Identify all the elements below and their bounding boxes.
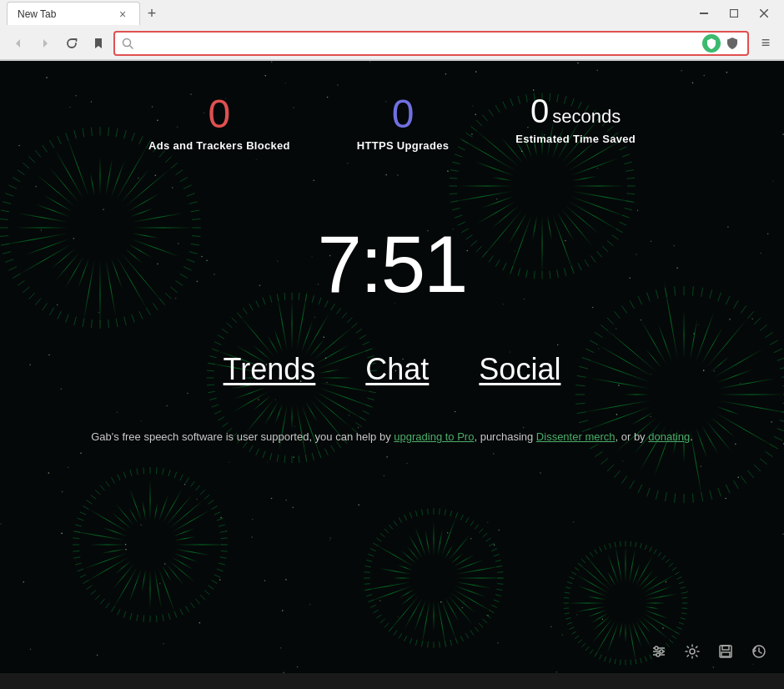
settings-button[interactable] [677,636,707,666]
svg-marker-5 [43,39,48,48]
svg-rect-17 [721,652,730,656]
bookmark-nav-button[interactable] [87,32,110,55]
clock-display: 7:51 [318,219,467,310]
restore-button[interactable] [721,2,747,25]
ads-blocked-count: 0 [148,94,290,134]
gear-icon [684,643,701,660]
reload-button[interactable] [60,32,83,55]
trends-link[interactable]: Trends [224,352,316,387]
svg-rect-16 [722,646,729,650]
nav-links: Trends Chat Social [224,352,561,387]
ads-blocked-stat: 0 Ads and Trackers Blocked [148,94,290,152]
back-button[interactable] [7,32,30,55]
browser-tab[interactable]: New Tab × [7,2,140,25]
close-button[interactable] [751,2,777,25]
tab-close-button[interactable]: × [116,8,129,21]
time-saved-display: 0seconds [515,94,636,128]
footer-text-between-1-2: , purchasing [474,430,535,443]
search-icon [122,38,133,49]
history-button[interactable] [744,636,774,666]
chat-link[interactable]: Chat [365,352,429,387]
footer-text-after: . [690,430,693,443]
svg-marker-4 [16,39,20,48]
https-label: HTTPS Upgrades [357,139,449,152]
stats-bar: 0 Ads and Trackers Blocked 0 HTTPS Upgra… [148,61,636,152]
https-count: 0 [357,94,449,134]
page-content: 0 Ads and Trackers Blocked 0 HTTPS Upgra… [0,61,784,673]
social-link[interactable]: Social [479,352,560,387]
svg-point-13 [656,653,660,656]
upgrade-pro-link[interactable]: upgrading to Pro [394,430,474,443]
svg-line-7 [130,45,133,48]
footer-text-between-2-3: , or by [616,430,649,443]
time-saved-unit: seconds [552,106,621,127]
address-bar[interactable] [113,31,749,56]
title-bar: New Tab × + [0,0,784,27]
forward-button[interactable] [33,32,57,55]
navigation-toolbar: ≡ [0,27,784,60]
donate-link[interactable]: donating [648,430,690,443]
save-icon [717,643,734,660]
sliders-icon [651,643,667,660]
svg-point-12 [660,650,663,653]
browser-menu-button[interactable]: ≡ [754,32,777,55]
bottom-toolbar [634,630,784,673]
window-controls [691,2,777,25]
time-saved-label: Estimated Time Saved [515,133,636,145]
new-tab-button[interactable]: + [140,2,163,25]
browser-chrome: New Tab × + [0,0,784,61]
svg-point-11 [655,646,658,650]
brave-shield-icon[interactable] [702,34,721,53]
new-tab-page: 0 Ads and Trackers Blocked 0 HTTPS Upgra… [0,61,784,673]
merch-link[interactable]: Dissenter merch [536,430,616,443]
sliders-button[interactable] [644,636,674,666]
svg-rect-0 [700,13,708,14]
url-input[interactable] [138,37,697,49]
time-saved-count: 0 [530,93,549,129]
ads-blocked-label: Ads and Trackers Blocked [148,139,290,152]
save-button[interactable] [711,636,741,666]
title-bar-left: New Tab × + [7,2,163,25]
minimize-button[interactable] [691,2,717,25]
address-bar-icons [702,34,741,53]
https-stat: 0 HTTPS Upgrades [357,94,449,152]
svg-point-14 [690,649,695,654]
menu-icon: ≡ [761,34,771,52]
history-icon [751,643,767,660]
shield-button[interactable] [724,35,741,52]
footer-text: Gab's free speech software is user suppo… [74,429,710,446]
time-saved-stat: 0seconds Estimated Time Saved [515,94,636,152]
footer-text-before-link1: Gab's free speech software is user suppo… [91,430,394,443]
tab-title: New Tab [18,8,109,20]
svg-rect-1 [731,10,738,18]
